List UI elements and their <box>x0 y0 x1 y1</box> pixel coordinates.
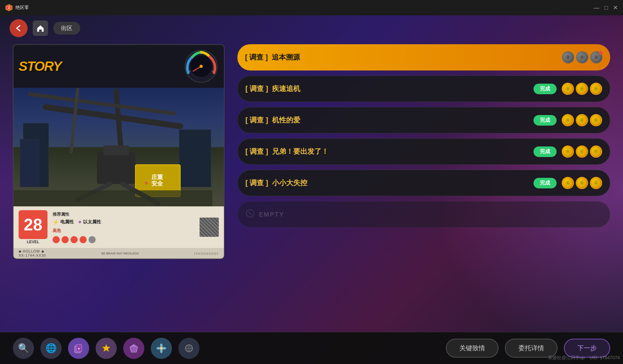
empty-icon <box>245 209 255 220</box>
svg-point-30 <box>565 86 570 91</box>
location-label: 街区 <box>53 22 80 35</box>
svg-marker-59 <box>102 344 110 352</box>
hollow-label: ◆ HOLLOW ◆ <box>19 249 46 253</box>
complete-badge-2: 完成 <box>533 84 557 94</box>
svg-point-36 <box>565 118 570 123</box>
mission-prefix-4: [ 调查 ] <box>245 147 268 155</box>
left-panel: STORY <box>13 44 225 326</box>
svg-point-51 <box>580 181 584 185</box>
home-icon <box>36 24 45 32</box>
star-button[interactable] <box>96 338 117 359</box>
mission-name-4: 兄弟！要出发了！ <box>272 147 329 155</box>
svg-point-52 <box>593 180 599 186</box>
attr-electric: ⚡ 电属性 <box>53 219 74 225</box>
minimize-button[interactable]: — <box>593 5 599 11</box>
story-logo: STORY <box>19 59 61 74</box>
coin-4c <box>590 145 602 158</box>
back-icon <box>14 24 23 33</box>
mission-prefix-3: [ 调查 ] <box>245 116 268 124</box>
mission-row-1[interactable]: [ 调查 ] 追本溯源 <box>237 44 610 70</box>
uid-text: UID: 17647074 <box>590 355 620 360</box>
app-icon: Z <box>5 4 13 12</box>
svg-rect-23 <box>13 190 212 206</box>
mission-row-2[interactable]: [ 调查 ] 疾速追机 完成 <box>237 76 610 102</box>
reward-coins-1 <box>562 51 602 63</box>
mission-title-4: [ 调查 ] 兄弟！要出发了！ <box>245 147 533 156</box>
maximize-button[interactable]: □ <box>604 5 608 11</box>
medal-icon <box>184 343 194 353</box>
difficulty-dots <box>53 236 194 243</box>
gauge-container <box>183 49 219 84</box>
mission-prefix-5: [ 调查 ] <box>245 179 268 187</box>
watermark-text: 乐游社@江同学up <box>548 355 585 360</box>
scene-svg: 庄重 安全 + <box>13 88 212 206</box>
svg-point-37 <box>566 119 569 122</box>
mission-row-5[interactable]: [ 调查 ] 小小大失控 完成 <box>237 170 610 196</box>
svg-point-38 <box>579 118 585 123</box>
mission-row-3[interactable]: [ 调查 ] 机性的爱 完成 <box>237 107 610 133</box>
reward-coins-2 <box>562 83 602 95</box>
dot-1 <box>53 236 60 243</box>
svg-point-66 <box>162 347 166 350</box>
title-bar-left: Z 绝区零 <box>5 4 29 12</box>
content-area: STORY <box>0 41 623 332</box>
card-image: 庄重 安全 + <box>13 88 224 206</box>
coin-3b <box>576 114 588 126</box>
svg-point-49 <box>566 181 569 185</box>
coin-3c <box>590 114 602 126</box>
svg-text:♠: ♠ <box>78 347 80 350</box>
svg-line-55 <box>248 211 252 215</box>
dot-4 <box>80 236 87 243</box>
svg-text:Z: Z <box>8 6 10 10</box>
recommended-label: 推荐属性 <box>53 211 194 217</box>
level-badge: 28 <box>19 210 47 239</box>
brave-text: BE BRAVE NOT RECKLESS <box>102 252 139 255</box>
back-button[interactable] <box>10 19 28 37</box>
mission-title-1: [ 调查 ] 追本溯源 <box>245 53 562 62</box>
coin-2c <box>590 83 602 95</box>
reward-coins-4 <box>562 145 602 158</box>
mission-title-2: [ 调查 ] 疾速追机 <box>245 84 533 94</box>
gear-icon <box>101 343 111 353</box>
gem-button[interactable] <box>123 338 144 359</box>
attr-ether: ✦ 以太属性 <box>78 219 101 225</box>
danger-level: 高危 <box>53 228 194 234</box>
ether-icon: ✦ <box>78 219 82 225</box>
svg-point-41 <box>594 119 598 122</box>
cards-button[interactable]: ♠ <box>68 338 89 359</box>
svg-rect-15 <box>97 152 135 184</box>
mission-name-2: 疾速追机 <box>272 85 300 93</box>
window-controls: — □ ✕ <box>593 5 618 11</box>
cards-icon: ♠ <box>73 343 84 353</box>
flower-button[interactable] <box>151 338 172 359</box>
svg-point-48 <box>565 180 570 186</box>
card-bottom-info: ◆ HOLLOW ◆ XX-1744-XX30 BE BRAVE NOT REC… <box>13 248 224 259</box>
coin-2a <box>562 83 574 95</box>
dot-5 <box>89 236 96 243</box>
close-button[interactable]: ✕ <box>613 5 618 11</box>
svg-point-32 <box>579 86 585 91</box>
svg-point-5 <box>200 65 203 68</box>
coin-1c <box>590 51 602 63</box>
svg-point-35 <box>594 87 598 90</box>
home-button[interactable] <box>33 21 48 36</box>
globe-button[interactable]: 🌐 <box>40 338 62 359</box>
svg-text:安全: 安全 <box>151 180 163 187</box>
electric-icon: ⚡ <box>53 219 59 225</box>
dot-2 <box>62 236 69 243</box>
svg-point-44 <box>579 149 585 154</box>
reward-coins-5 <box>562 177 602 189</box>
coin-3a <box>562 114 574 126</box>
search-button[interactable]: 🔍 <box>13 338 34 359</box>
top-nav: 街区 <box>0 15 623 41</box>
svg-point-45 <box>580 150 584 153</box>
shield-button[interactable] <box>178 338 200 359</box>
coin-1b <box>576 51 588 63</box>
ether-label: 以太属性 <box>83 219 101 225</box>
coin-1a <box>562 51 574 63</box>
hollow-code: ◆ HOLLOW ◆ XX-1744-XX30 <box>19 249 46 257</box>
mission-prefix-1: [ 调查 ] <box>245 53 268 61</box>
empty-text: EMPTY <box>259 211 284 218</box>
key-affection-button[interactable]: 关键致情 <box>446 339 499 358</box>
mission-row-4[interactable]: [ 调查 ] 兄弟！要出发了！ 完成 <box>237 138 610 165</box>
